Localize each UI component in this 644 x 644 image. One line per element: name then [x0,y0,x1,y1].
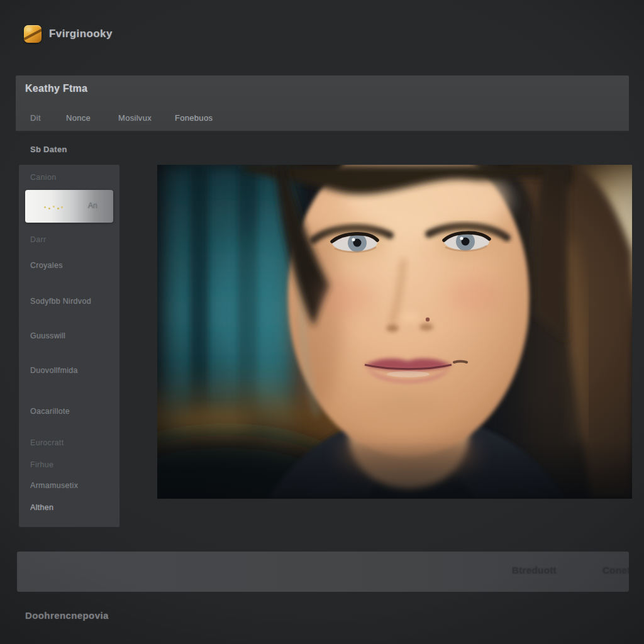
sidebar-item[interactable]: Canion [30,173,116,182]
tab-dit[interactable]: Dit [30,113,41,123]
tab-nonce[interactable]: Nonce [66,113,91,123]
sidebar-section-label: Sb Daten [30,145,67,154]
header-panel: Keathy Ftma Dit Nonce Mosilvux Fonebuos [16,75,629,132]
tab-fonebuos[interactable]: Fonebuos [175,113,213,123]
primary-action-button[interactable]: Btreduott [512,565,557,575]
portrait-illustration [157,165,632,499]
sidebar-item[interactable]: Croyales [30,261,116,270]
sparkle-dots-icon [44,206,46,208]
sidebar-item[interactable]: Guusswill [30,331,116,340]
sidebar-item[interactable]: Armamusetix [30,481,116,490]
tab-mosilvux[interactable]: Mosilvux [118,113,152,123]
action-bar: Btreduott Conett [17,552,629,592]
sidebar-item[interactable]: Darr [30,235,116,244]
sidebar-item[interactable]: Sodyfbb Nirdvod [30,297,116,306]
sidebar-selected-item[interactable]: An [25,190,113,223]
sidebar-item[interactable]: Althen [30,503,116,512]
portrait-image [157,165,632,499]
brand-name: Fvirginooky [49,28,113,40]
sidebar-item[interactable]: Duovollfmida [30,366,116,375]
secondary-action-button[interactable]: Conett [602,565,629,575]
page-title: Keathy Ftma [25,83,87,94]
footer-text: Doohrencnepovia [25,610,109,621]
sidebar-item[interactable]: Eurocratt [30,438,116,447]
sidebar-item[interactable]: Firhue [30,460,116,469]
sidebar-item[interactable]: Oacarillote [30,407,116,416]
sidebar: Canion An Darr Croyales Sodyfbb Nirdvod … [19,165,119,527]
brand-row: Fvirginooky [24,25,113,43]
selected-item-value: An [88,201,97,210]
app-logo-icon [24,25,42,43]
